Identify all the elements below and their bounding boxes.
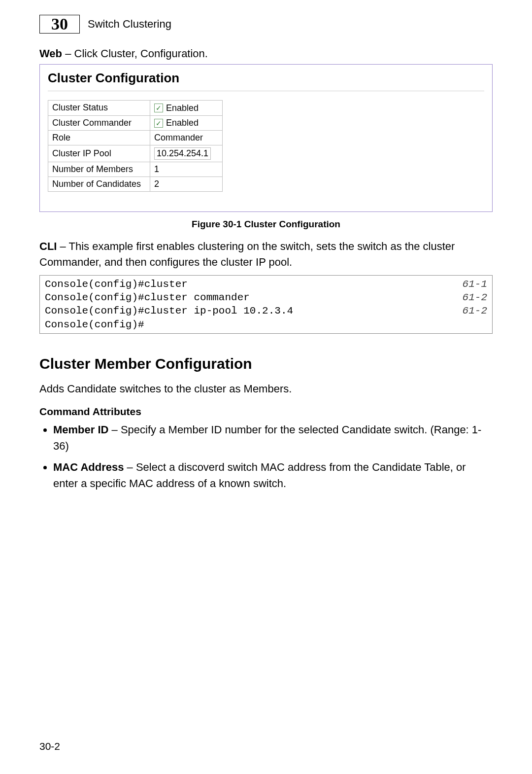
attr-term: Member ID — [53, 423, 108, 436]
command-attributes-list: Member ID – Specify a Member ID number f… — [39, 422, 493, 492]
web-text: – Click Cluster, Configuration. — [62, 47, 208, 60]
figure-panel: Cluster Configuration Cluster Status ✓ E… — [39, 64, 493, 212]
code-cmd: Console(config)#cluster commander — [45, 291, 250, 304]
table-row: Number of Members 1 — [48, 162, 223, 177]
cluster-status-label: Cluster Status — [48, 101, 150, 116]
table-row: Cluster IP Pool 10.254.254.1 — [48, 145, 223, 162]
cluster-commander-enabled-text: Enabled — [166, 118, 199, 128]
cluster-config-table: Cluster Status ✓ Enabled Cluster Command… — [48, 100, 223, 192]
chapter-number-badge: 30 — [39, 15, 80, 34]
chapter-header: 30 Switch Clustering — [39, 15, 493, 34]
divider — [48, 91, 484, 91]
attr-term: MAC Address — [53, 461, 124, 473]
checkbox-icon[interactable]: ✓ — [154, 119, 163, 128]
code-ref: 61-2 — [453, 304, 487, 317]
cluster-commander-label: Cluster Commander — [48, 115, 150, 131]
candidates-label: Number of Candidates — [48, 177, 150, 192]
checkbox-icon[interactable]: ✓ — [154, 104, 163, 112]
role-value: Commander — [150, 131, 223, 145]
section-intro: Adds Candidate switches to the cluster a… — [39, 381, 493, 397]
code-ref: 61-1 — [453, 278, 487, 291]
cluster-status-enabled-text: Enabled — [166, 103, 199, 113]
code-ref: 61-2 — [453, 291, 487, 304]
code-cmd: Console(config)#cluster ip-pool 10.2.3.4 — [45, 304, 293, 317]
cluster-commander-value: ✓ Enabled — [150, 115, 223, 131]
table-row: Role Commander — [48, 131, 223, 145]
ip-pool-value-cell: 10.254.254.1 — [150, 145, 223, 162]
code-line: Console(config)#cluster commander 61-2 — [45, 291, 487, 304]
code-cmd: Console(config)# — [45, 318, 144, 331]
cli-instruction: CLI – This example first enables cluster… — [39, 239, 493, 270]
section-heading: Cluster Member Configuration — [39, 355, 493, 372]
code-line: Console(config)#cluster 61-1 — [45, 278, 487, 291]
page-number: 30-2 — [39, 740, 60, 752]
cluster-status-value: ✓ Enabled — [150, 101, 223, 116]
list-item: Member ID – Specify a Member ID number f… — [53, 422, 493, 454]
candidates-value: 2 — [150, 177, 223, 192]
figure-caption: Figure 30-1 Cluster Configuration — [39, 219, 493, 230]
table-row: Cluster Status ✓ Enabled — [48, 101, 223, 116]
code-line: Console(config)#cluster ip-pool 10.2.3.4… — [45, 304, 487, 317]
cli-label: CLI — [39, 240, 57, 252]
list-item: MAC Address – Select a discoverd switch … — [53, 459, 493, 492]
chapter-title: Switch Clustering — [88, 18, 171, 31]
code-cmd: Console(config)#cluster — [45, 278, 188, 291]
members-value: 1 — [150, 162, 223, 177]
attr-desc: – Specify a Member ID number for the sel… — [53, 423, 481, 452]
cli-text: – This example first enables clustering … — [39, 240, 455, 268]
web-label: Web — [39, 47, 62, 60]
code-ref — [477, 318, 487, 331]
ip-pool-label: Cluster IP Pool — [48, 145, 150, 162]
cli-code-block: Console(config)#cluster 61-1 Console(con… — [39, 275, 493, 334]
web-instruction: Web – Click Cluster, Configuration. — [39, 47, 493, 60]
command-attributes-heading: Command Attributes — [39, 406, 493, 418]
table-row: Cluster Commander ✓ Enabled — [48, 115, 223, 131]
figure-panel-title: Cluster Configuration — [48, 70, 484, 86]
table-row: Number of Candidates 2 — [48, 177, 223, 192]
code-line: Console(config)# — [45, 318, 487, 331]
ip-pool-input[interactable]: 10.254.254.1 — [154, 147, 211, 160]
members-label: Number of Members — [48, 162, 150, 177]
role-label: Role — [48, 131, 150, 145]
